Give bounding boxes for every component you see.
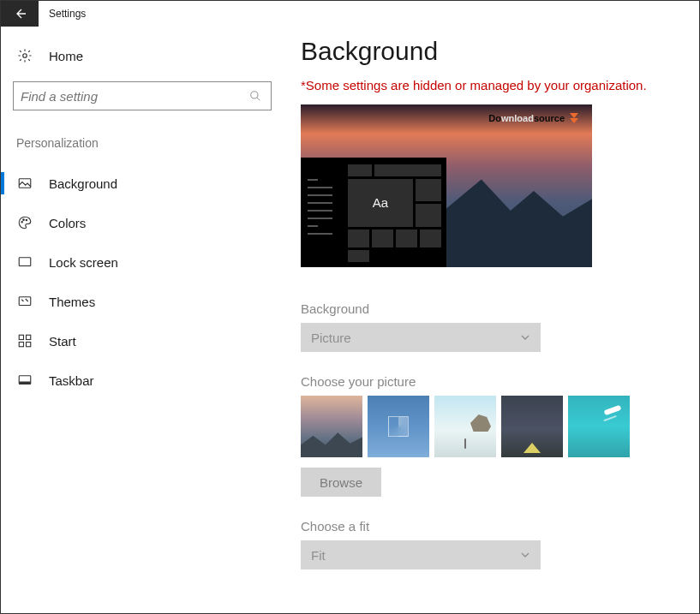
nav-item-taskbar[interactable]: Taskbar — [13, 361, 272, 400]
fit-select[interactable]: Fit — [301, 540, 541, 569]
nav-label: Start — [49, 334, 76, 349]
svg-point-3 — [21, 222, 23, 224]
nav-label: Themes — [49, 295, 95, 309]
recent-picture-1[interactable] — [301, 396, 362, 457]
recent-picture-3[interactable] — [434, 396, 496, 457]
background-preview: Downloadsource Aa — [301, 104, 592, 267]
window-title: Settings — [39, 8, 86, 20]
svg-rect-11 — [27, 343, 31, 347]
nav-label: Background — [49, 176, 117, 191]
recent-picture-4[interactable] — [501, 396, 563, 457]
sample-text-tile: Aa — [348, 179, 413, 227]
nav-item-themes[interactable]: Themes — [13, 282, 272, 321]
titlebar: Settings — [1, 1, 699, 27]
svg-rect-13 — [19, 382, 31, 384]
chevron-down-icon — [520, 550, 530, 560]
background-select-label: Background — [301, 301, 682, 316]
taskbar-icon — [16, 372, 33, 389]
nav-label: Taskbar — [49, 373, 94, 388]
svg-point-1 — [251, 92, 258, 98]
background-select[interactable]: Picture — [301, 323, 541, 352]
org-warning: *Some settings are hidden or managed by … — [301, 78, 682, 92]
home-label: Home — [49, 49, 83, 63]
content: Background *Some settings are hidden or … — [284, 27, 699, 613]
section-heading: Personalization — [13, 136, 272, 164]
fit-select-value: Fit — [311, 548, 326, 563]
svg-rect-9 — [27, 335, 31, 339]
nav-label: Lock screen — [49, 255, 118, 270]
home-nav[interactable]: Home — [13, 42, 272, 81]
search-box[interactable] — [13, 81, 272, 110]
start-tiles-icon — [16, 332, 33, 349]
start-menu-preview: Aa — [301, 158, 446, 267]
nav-item-start[interactable]: Start — [13, 321, 272, 361]
svg-rect-6 — [19, 258, 31, 266]
palette-icon — [16, 214, 33, 231]
nav-label: Colors — [49, 216, 86, 230]
nav-item-background[interactable]: Background — [13, 164, 272, 203]
search-input[interactable] — [21, 89, 247, 104]
recent-pictures — [301, 396, 682, 457]
sidebar: Home Personalization Background Colors — [1, 27, 284, 613]
svg-point-0 — [23, 54, 27, 58]
browse-button[interactable]: Browse — [301, 468, 381, 497]
svg-point-4 — [23, 219, 25, 221]
watermark: Downloadsource — [488, 113, 582, 125]
svg-rect-10 — [19, 343, 23, 347]
svg-rect-7 — [19, 297, 31, 306]
arrow-left-icon — [13, 7, 27, 21]
back-button[interactable] — [1, 1, 39, 27]
picture-icon — [16, 175, 33, 192]
choose-picture-label: Choose your picture — [301, 374, 682, 389]
background-select-value: Picture — [311, 331, 351, 345]
search-icon — [247, 87, 264, 104]
themes-icon — [16, 293, 33, 310]
svg-rect-8 — [19, 335, 23, 339]
gear-icon — [16, 47, 33, 64]
download-icon — [566, 113, 582, 125]
chevron-down-icon — [520, 332, 530, 343]
lockscreen-icon — [16, 253, 33, 271]
recent-picture-2[interactable] — [368, 396, 429, 457]
fit-select-label: Choose a fit — [301, 519, 682, 534]
svg-point-5 — [26, 219, 27, 221]
recent-picture-5[interactable] — [568, 396, 630, 457]
nav-item-lockscreen[interactable]: Lock screen — [13, 242, 272, 282]
page-title: Background — [301, 37, 682, 66]
nav-item-colors[interactable]: Colors — [13, 203, 272, 242]
